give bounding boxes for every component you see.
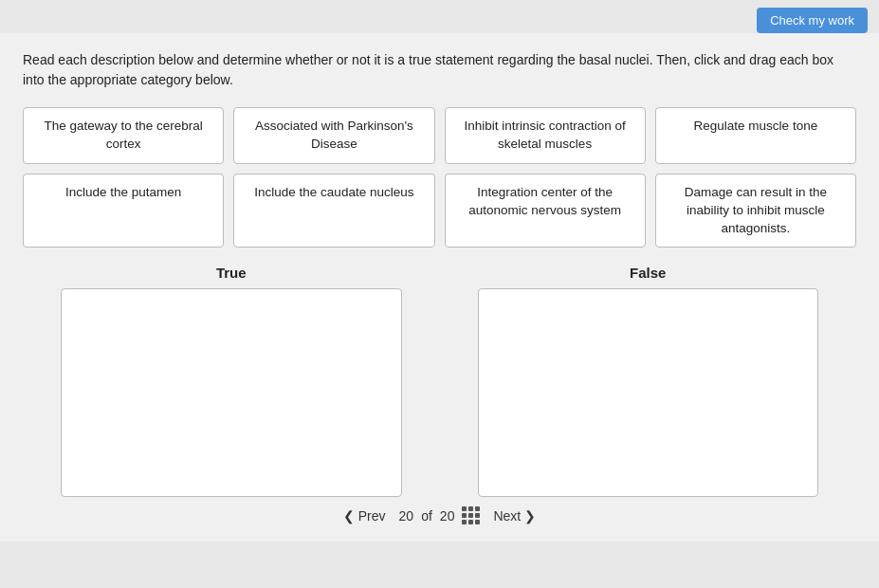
check-my-work-button[interactable]: Check my work [757,8,868,33]
cards-area: The gateway to the cerebral cortex Assoc… [23,107,856,248]
page-info: 20 of 20 [399,506,481,524]
instructions-text: Read each description below and determin… [23,50,856,90]
true-drop-zone[interactable] [61,288,402,497]
main-content: Read each description below and determin… [0,33,879,542]
card-3[interactable]: Inhibit intrinsic contraction of skeleta… [445,107,646,164]
next-button[interactable]: Next ❯ [493,508,536,524]
drop-zones-area: True False [23,265,856,497]
card-5[interactable]: Include the putamen [23,174,224,248]
total-pages: 20 [440,508,455,524]
pagination: ❮ Prev 20 of 20 Next ❯ [23,497,856,530]
false-drop-zone[interactable] [478,288,819,497]
of-text: of [421,508,432,524]
false-zone-container: False [478,265,819,497]
card-2[interactable]: Associated with Parkinson's Disease [233,107,434,164]
grid-icon[interactable] [462,506,480,524]
next-label: Next [493,508,521,524]
true-zone-label: True [216,265,247,281]
current-page: 20 [399,508,414,524]
card-6[interactable]: Include the caudate nucleus [233,174,434,248]
top-bar: Check my work [0,0,879,33]
cards-row-1: The gateway to the cerebral cortex Assoc… [23,107,856,164]
card-4[interactable]: Regulate muscle tone [655,107,856,164]
prev-button[interactable]: ❮ Prev [343,508,386,524]
card-7[interactable]: Integration center of the autonomic nerv… [445,174,646,248]
card-1[interactable]: The gateway to the cerebral cortex [23,107,224,164]
prev-label: Prev [358,508,386,524]
false-zone-label: False [630,265,666,281]
card-8[interactable]: Damage can result in the inability to in… [655,174,856,248]
next-chevron-icon: ❯ [524,508,536,524]
prev-chevron-icon: ❮ [343,508,355,524]
cards-row-2: Include the putamen Include the caudate … [23,174,856,248]
true-zone-container: True [61,265,402,497]
